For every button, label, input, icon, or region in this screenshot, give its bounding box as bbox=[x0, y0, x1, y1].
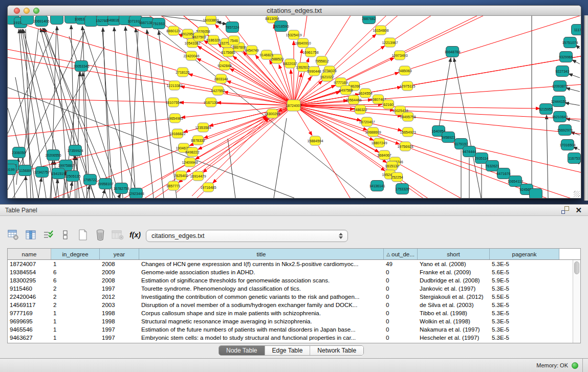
column-header-short[interactable]: short bbox=[418, 249, 490, 259]
table-row[interactable]: 946554611997Estimation of the future num… bbox=[8, 325, 580, 334]
function-builder-icon[interactable]: f(x) bbox=[129, 229, 141, 241]
column-header-in-degree[interactable]: in_degree bbox=[51, 249, 100, 259]
graph-node-teal[interactable] bbox=[21, 16, 34, 25]
column-header-out-degree[interactable]: △out_de... bbox=[384, 249, 418, 259]
delete-table-icon[interactable] bbox=[94, 229, 106, 241]
citation-edge-red[interactable] bbox=[304, 16, 415, 37]
citation-edge-red[interactable] bbox=[413, 16, 581, 85]
tab-network-table[interactable]: Network Table bbox=[310, 346, 363, 355]
citation-edge-black[interactable] bbox=[228, 139, 235, 198]
fx-label: f(x) bbox=[129, 231, 141, 239]
graph-node-label: 9242848 bbox=[217, 64, 231, 68]
float-panel-icon[interactable] bbox=[561, 206, 569, 214]
citation-edge-red[interactable] bbox=[213, 105, 294, 183]
table-row[interactable]: 911546021997Tourette syndrome. Phenomeno… bbox=[8, 285, 580, 293]
citation-edge-black[interactable] bbox=[454, 58, 481, 198]
cell-short: de Silva et al. (2003) bbox=[418, 301, 490, 309]
cell-out_degree: 0 bbox=[384, 317, 418, 325]
show-columns-icon[interactable] bbox=[25, 229, 37, 241]
citation-edge-red[interactable] bbox=[181, 86, 294, 105]
citation-edge-black[interactable] bbox=[102, 189, 105, 198]
cell-short: Yano et al. (2008) bbox=[418, 260, 490, 268]
citation-edge-red[interactable] bbox=[384, 43, 581, 99]
graph-node-label: 1362615 bbox=[296, 65, 310, 69]
table-row[interactable]: 2242004622012Investigating the contribut… bbox=[8, 293, 580, 301]
citation-edge-black[interactable] bbox=[125, 27, 136, 198]
citation-edge-black[interactable] bbox=[569, 74, 580, 78]
cell-pagerank: 5.3E-5 bbox=[490, 260, 559, 268]
cell-short: Jankovic et al. (1997) bbox=[418, 285, 490, 293]
citation-edge-black[interactable] bbox=[26, 176, 27, 198]
citation-edge-black[interactable] bbox=[136, 28, 154, 198]
citation-edge-black[interactable] bbox=[572, 60, 580, 64]
citation-edge-black[interactable] bbox=[8, 31, 54, 134]
citation-edge-red[interactable] bbox=[405, 16, 581, 53]
citation-edge-red[interactable] bbox=[8, 119, 169, 198]
graph-node-label: 9777169 bbox=[334, 81, 347, 84]
tab-node-table[interactable]: Node Table bbox=[219, 346, 265, 355]
table-row[interactable]: 1938455462009Genome-wide association stu… bbox=[8, 268, 580, 276]
citation-edge-red[interactable] bbox=[8, 189, 168, 198]
citation-edge-black[interactable] bbox=[565, 103, 580, 105]
tab-edge-table[interactable]: Edge Table bbox=[265, 346, 311, 355]
column-header-pagerank[interactable]: pagerank bbox=[490, 249, 559, 259]
graph-node-label: 1541519 bbox=[51, 172, 65, 176]
graph-node-label: 16210643 bbox=[552, 115, 568, 119]
table-row[interactable]: 946362711997Embryonic stem cells: a mode… bbox=[8, 334, 580, 342]
graph-node-label: 19958107 bbox=[97, 182, 113, 186]
column-header-year[interactable]: year bbox=[100, 249, 139, 259]
graph-node-label: 2887682 bbox=[362, 17, 376, 20]
graph-node-label: 7486322 bbox=[353, 108, 367, 112]
citation-edge-red[interactable] bbox=[8, 16, 212, 90]
graph-node-label: 20691406 bbox=[33, 19, 49, 23]
citation-edge-black[interactable] bbox=[15, 77, 38, 198]
scrollbar-thumb[interactable] bbox=[574, 261, 579, 274]
graph-node-label: 15654923 bbox=[400, 130, 416, 134]
citation-edge-red[interactable] bbox=[294, 105, 400, 144]
table-selector-dropdown[interactable]: citations_edges.txt bbox=[146, 230, 348, 242]
window-resize-grip[interactable] bbox=[574, 191, 580, 197]
graph-node-label: 9474444 bbox=[462, 150, 476, 154]
cell-out_degree: 49 bbox=[384, 260, 418, 268]
citation-edge-black[interactable] bbox=[38, 178, 41, 198]
new-table-icon[interactable] bbox=[77, 229, 89, 241]
table-row[interactable]: 1830029562008Estimation of significance … bbox=[8, 276, 580, 285]
cell-name: 9115460 bbox=[8, 285, 51, 293]
table-row[interactable]: 1872400712008Changes of HCN gene express… bbox=[8, 260, 580, 268]
table-settings-icon[interactable] bbox=[7, 229, 19, 241]
cell-out_degree: 0 bbox=[384, 285, 418, 293]
close-panel-icon[interactable]: ✕ bbox=[575, 206, 582, 214]
row-height-icon[interactable] bbox=[59, 229, 72, 241]
table-row[interactable]: 977716911998Corpus callosum shape and si… bbox=[8, 309, 580, 317]
citation-edge-black[interactable] bbox=[566, 88, 580, 92]
column-header-name[interactable]: name bbox=[8, 249, 51, 259]
citation-edge-black[interactable] bbox=[439, 58, 451, 129]
table-row[interactable]: 1456911722003Disruption of a novel membe… bbox=[8, 301, 580, 309]
graph-node-teal[interactable] bbox=[51, 16, 63, 25]
cell-out_degree: 0 bbox=[384, 309, 418, 317]
cell-out_degree: 0 bbox=[384, 325, 418, 334]
network-desktop: citations_edges.txt 16033809881305415325… bbox=[0, 0, 588, 204]
graph-node-label: 19218596 bbox=[273, 25, 289, 28]
memory-ok-icon[interactable] bbox=[572, 362, 578, 369]
citation-edge-red[interactable] bbox=[402, 181, 581, 198]
citation-edge-red[interactable] bbox=[294, 49, 302, 105]
column-header-title[interactable]: title bbox=[139, 249, 384, 259]
network-canvas[interactable]: 1603380988130541532541918640910169617587… bbox=[8, 16, 581, 198]
graph-node-label: 20053346 bbox=[73, 64, 89, 68]
cell-title: Embryonic stem cells: a model to study s… bbox=[139, 334, 384, 342]
graph-node-teal[interactable] bbox=[530, 189, 542, 199]
citation-edge-black[interactable] bbox=[547, 115, 548, 198]
cell-in_degree: 1 bbox=[51, 334, 100, 342]
select-rows-icon[interactable] bbox=[42, 229, 54, 241]
graph-node-label: 6179197 bbox=[454, 142, 468, 146]
citation-edge-red[interactable] bbox=[395, 16, 581, 39]
citation-edge-black[interactable] bbox=[274, 118, 287, 198]
table-row[interactable]: 969969511998Structural magnetic resonanc… bbox=[8, 317, 580, 325]
citation-edge-red[interactable] bbox=[203, 105, 294, 172]
citation-edge-red[interactable] bbox=[180, 102, 294, 105]
window-titlebar[interactable]: citations_edges.txt bbox=[8, 6, 581, 16]
citation-edge-red[interactable] bbox=[294, 105, 385, 171]
table-scrollbar[interactable] bbox=[573, 260, 580, 343]
cell-pagerank: 5.3E-5 bbox=[490, 309, 559, 317]
